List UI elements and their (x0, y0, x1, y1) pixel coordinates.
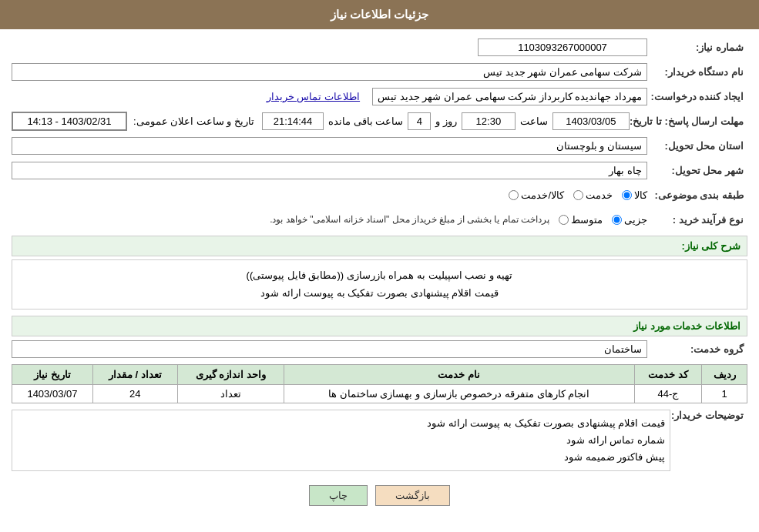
cell-quantity: 24 (92, 384, 177, 403)
purchase-type-label: نوع فرآیند خرید : (647, 214, 747, 226)
category-option-goods: کالا (622, 189, 647, 201)
cell-name: انجام کارهای متفرقه درخصوص بازسازی و بهس… (284, 384, 634, 403)
province-value: سیستان و بلوچستان (12, 137, 647, 155)
services-table: ردیف کد خدمت نام خدمت واحد اندازه گیری ت… (12, 364, 747, 403)
buyer-org-label: نام دستگاه خریدار: (647, 66, 747, 78)
purchase-type-radio-group: متوسط جزیی (559, 214, 647, 226)
public-announce-value: 1403/02/31 - 14:13 (12, 112, 127, 131)
page-header: جزئیات اطلاعات نیاز (0, 0, 759, 29)
buyer-notes-line1: قیمت اقلام پیشنهادی بصورت تفکیک به پیوست… (17, 415, 665, 432)
purchase-radio-small[interactable] (612, 215, 622, 225)
purchase-small-label: جزیی (624, 214, 647, 226)
purchase-type-small: جزیی (612, 214, 647, 226)
cell-unit: تعداد (177, 384, 284, 403)
back-button[interactable]: بازگشت (375, 485, 450, 506)
response-time-label: ساعت (520, 115, 548, 127)
main-content: شماره نیاز: 1103093267000007 نام دستگاه … (0, 29, 759, 521)
page-wrapper: جزئیات اطلاعات نیاز شماره نیاز: 11030932… (0, 0, 759, 532)
category-row: طبقه بندی موضوعی: کالا/خدمت خدمت کالا (12, 185, 747, 205)
category-radio-goods-services[interactable] (509, 190, 519, 200)
purchase-radio-medium[interactable] (559, 215, 569, 225)
col-quantity: تعداد / مقدار (92, 364, 177, 384)
response-deadline-row: مهلت ارسال پاسخ: تا تاریخ: 1403/03/05 سا… (12, 111, 747, 131)
public-announce-label: تاریخ و ساعت اعلان عمومی: (133, 115, 254, 127)
need-description-line2: قیمت اقلام پیشنهادی بصورت تفکیک به پیوست… (18, 284, 741, 302)
response-deadline-label: مهلت ارسال پاسخ: تا تاریخ: (630, 115, 747, 127)
response-remaining-value: 21:14:44 (262, 112, 324, 130)
col-name: نام خدمت (284, 364, 634, 384)
buyer-notes-label: توضیحات خریدار: (670, 410, 747, 421)
service-group-row: گروه خدمت: ساختمان (12, 340, 747, 360)
province-row: استان محل تحویل: سیستان و بلوچستان (12, 136, 747, 156)
need-number-value: 1103093267000007 (478, 38, 647, 56)
cell-code: ج-44 (634, 384, 702, 403)
response-time-value: 12:30 (462, 112, 516, 130)
cell-row: 1 (702, 384, 747, 403)
need-number-label: شماره نیاز: (647, 42, 747, 53)
table-row: 1ج-44انجام کارهای متفرقه درخصوص بازسازی … (12, 384, 747, 403)
requester-row: ایجاد کننده درخواست: مهرداد جهاندیده کار… (12, 86, 747, 106)
buyer-org-value: شرکت سهامی عمران شهر جدید تیس (12, 63, 647, 81)
need-description-box: تهیه و نصب اسپیلیت به همراه بازرسازی ((م… (12, 259, 747, 309)
requester-label: ایجاد کننده درخواست: (647, 91, 747, 102)
category-radio-service[interactable] (573, 190, 583, 200)
buyer-notes-content: قیمت اقلام پیشنهادی بصورت تفکیک به پیوست… (12, 410, 670, 471)
cell-date: 1403/03/07 (12, 384, 93, 403)
response-days-label: روز و (435, 115, 457, 127)
city-value: چاه بهار (12, 162, 647, 179)
city-label: شهر محل تحویل: (647, 165, 747, 176)
category-goods-label: کالا (634, 189, 647, 201)
response-date-value: 1403/03/05 (552, 112, 630, 130)
buyer-org-row: نام دستگاه خریدار: شرکت سهامی عمران شهر … (12, 62, 747, 82)
print-button[interactable]: چاپ (309, 485, 368, 506)
contact-info-link[interactable]: اطلاعات تماس خریدار (267, 91, 360, 102)
buyer-notes-section: توضیحات خریدار: قیمت اقلام پیشنهادی بصور… (12, 410, 747, 471)
need-description-title: شرح کلی نیاز: (12, 236, 747, 256)
buyer-notes-line3: پیش فاکتور ضمیمه شود (17, 449, 665, 466)
category-radio-group: کالا/خدمت خدمت کالا (509, 189, 647, 201)
purchase-medium-label: متوسط (571, 214, 603, 226)
province-label: استان محل تحویل: (647, 140, 747, 152)
service-group-value: ساختمان (12, 340, 647, 358)
purchase-type-row: نوع فرآیند خرید : متوسط جزیی پرداخت تمام… (12, 209, 747, 229)
col-date: تاریخ نیاز (12, 364, 93, 384)
category-option-goods-services: کالا/خدمت (509, 189, 564, 201)
service-group-label: گروه خدمت: (647, 343, 747, 355)
buyer-notes-line2: شماره تماس ارائه شود (17, 432, 665, 449)
response-days-value: 4 (408, 112, 431, 130)
col-unit: واحد اندازه گیری (177, 364, 284, 384)
category-option-service: خدمت (573, 189, 613, 201)
category-radio-goods[interactable] (622, 190, 632, 200)
city-row: شهر محل تحویل: چاه بهار (12, 160, 747, 180)
buttons-row: بازگشت چاپ (12, 477, 747, 514)
need-number-row: شماره نیاز: 1103093267000007 (12, 37, 747, 57)
category-goods-services-label: کالا/خدمت (521, 189, 564, 201)
purchase-type-note: پرداخت تمام یا بخشی از مبلغ خریداز محل "… (12, 214, 549, 225)
purchase-type-medium: متوسط (559, 214, 603, 226)
col-code: کد خدمت (634, 364, 702, 384)
col-row: ردیف (702, 364, 747, 384)
services-title: اطلاعات خدمات مورد نیاز (12, 316, 747, 336)
category-service-label: خدمت (586, 189, 613, 201)
category-label: طبقه بندی موضوعی: (647, 189, 747, 201)
need-description-line1: تهیه و نصب اسپیلیت به همراه بازرسازی ((م… (18, 266, 741, 284)
requester-value: مهرداد جهاندیده کاربرداز شرکت سهامی عمرا… (372, 88, 647, 105)
page-title: جزئیات اطلاعات نیاز (331, 8, 428, 21)
response-remaining-label: ساعت باقی مانده (328, 115, 403, 127)
